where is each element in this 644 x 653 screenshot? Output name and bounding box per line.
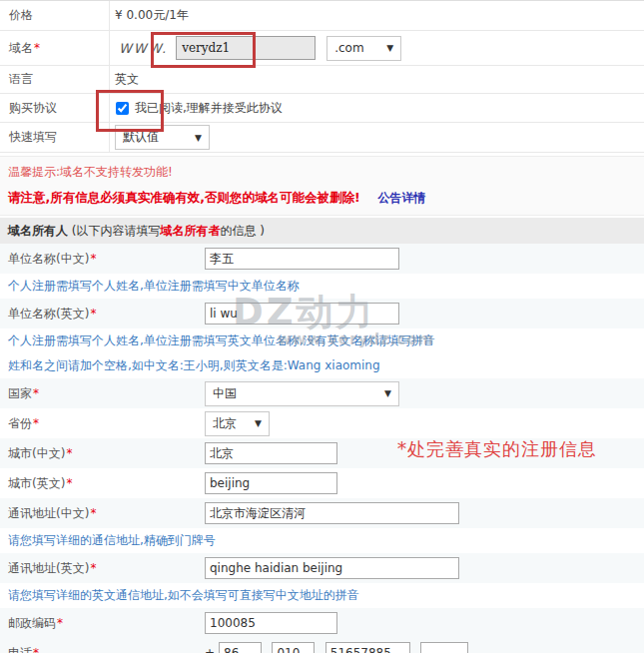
phone-ext-input[interactable] <box>420 642 468 653</box>
zip-row: 邮政编码* <box>0 608 644 638</box>
org-name-en-label: 单位名称(英文) <box>8 307 89 321</box>
city-cn-label-cell: 城市(中文)* <box>0 445 205 462</box>
org-name-cn-label: 单位名称(中文) <box>8 252 89 266</box>
owner-form: 单位名称(中文)* 个人注册需填写个人姓名,单位注册需填写中文单位名称 单位名称… <box>0 244 644 653</box>
zip-label-cell: 邮政编码* <box>0 615 205 632</box>
org-name-en-input[interactable] <box>205 303 399 325</box>
agreement-label: 购买协议 <box>9 100 57 117</box>
phone-plus-sign: + <box>205 646 215 653</box>
province-control: 北京 ▼ <box>205 411 270 436</box>
notice-box: 温馨提示:域名不支持转发功能! 请注意,所有信息必须真实准确有效,否则您的域名可… <box>0 156 644 216</box>
city-en-row: 城市(英文)* <box>0 468 644 498</box>
warning-line: 请注意,所有信息必须真实准确有效,否则您的域名可能会被删除! 公告详情 <box>8 190 636 207</box>
required-asterisk: * <box>90 506 96 520</box>
country-label: 国家 <box>8 386 32 400</box>
required-asterisk: * <box>90 252 96 266</box>
province-label: 省份 <box>8 416 32 430</box>
address-cn-row: 通讯地址(中文)* <box>0 498 644 528</box>
required-asterisk: * <box>66 446 72 460</box>
agreement-value-cell: 我已阅读,理解并接受此协议 <box>110 100 644 117</box>
quickfill-value-cell: 默认值 ▼ <box>110 125 644 150</box>
province-row: 省份* 北京 ▼ <box>0 408 644 438</box>
chevron-down-icon: ▼ <box>195 133 202 143</box>
quickfill-selected-value: 默认值 <box>123 129 159 146</box>
quickfill-row: 快速填写 默认值 ▼ <box>0 123 644 153</box>
price-value: ¥ 0.00元/1年 <box>115 7 189 24</box>
language-value: 英文 <box>115 71 139 88</box>
phone-row: 电话* + - - - <box>0 638 644 653</box>
country-selected-value: 中国 <box>213 385 237 402</box>
quickfill-label: 快速填写 <box>9 129 57 146</box>
org-name-cn-input[interactable] <box>205 248 399 270</box>
org-name-cn-hint: 个人注册需填写个人姓名,单位注册需填写中文单位名称 <box>0 274 644 299</box>
domain-value-cell: WWW. .com ▼ <box>110 36 644 61</box>
owner-section-header: 域名所有人 (以下内容请填写域名所有者的信息 ) <box>0 218 644 244</box>
province-selected-value: 北京 <box>213 415 237 432</box>
city-cn-row: 城市(中文)* *处完善真实的注册信息 <box>0 438 644 468</box>
required-asterisk: * <box>33 416 39 430</box>
forwarding-tip-text: 温馨提示:域名不支持转发功能! <box>8 164 636 181</box>
language-value-cell: 英文 <box>110 71 644 88</box>
agreement-checkbox[interactable] <box>116 102 129 115</box>
domain-input[interactable] <box>176 36 316 60</box>
phone-country-code-input[interactable] <box>219 642 262 653</box>
city-en-label: 城市(英文) <box>8 476 65 490</box>
announcement-link[interactable]: 公告详情 <box>378 191 426 205</box>
required-asterisk: * <box>90 561 96 575</box>
city-en-input[interactable] <box>205 472 337 494</box>
province-select[interactable]: 北京 ▼ <box>205 411 270 436</box>
zip-control <box>205 612 337 634</box>
chevron-down-icon: ▼ <box>255 418 262 428</box>
org-name-cn-label-cell: 单位名称(中文)* <box>0 251 205 268</box>
city-en-control <box>205 472 337 494</box>
phone-separator: - <box>413 646 417 653</box>
agreement-text: 我已阅读,理解并接受此协议 <box>135 100 283 117</box>
required-asterisk: * <box>33 386 39 400</box>
domain-row: 域名* WWW. .com ▼ <box>0 31 644 66</box>
country-select[interactable]: 中国 ▼ <box>205 381 399 406</box>
address-en-label: 通讯地址(英文) <box>8 561 89 575</box>
city-cn-label: 城市(中文) <box>8 446 65 460</box>
org-name-cn-control <box>205 248 399 270</box>
province-label-cell: 省份* <box>0 415 205 432</box>
phone-number-input[interactable] <box>325 642 410 653</box>
domain-registration-form: 价格 ¥ 0.00元/1年 域名* WWW. .com ▼ 语言 <box>0 0 644 653</box>
warning-text: 请注意,所有信息必须真实准确有效,否则您的域名可能会被删除! <box>8 190 360 205</box>
city-cn-input[interactable] <box>205 442 337 464</box>
address-en-input[interactable] <box>205 557 459 579</box>
chevron-down-icon: ▼ <box>384 388 391 398</box>
price-row: 价格 ¥ 0.00元/1年 <box>0 1 644 31</box>
address-cn-input[interactable] <box>205 502 459 524</box>
language-label: 语言 <box>9 71 33 88</box>
phone-label: 电话 <box>8 646 32 653</box>
section-title: 域名所有人 <box>8 224 68 238</box>
phone-separator: - <box>265 646 269 653</box>
price-label-cell: 价格 <box>0 1 110 30</box>
required-asterisk: * <box>90 307 96 321</box>
country-label-cell: 国家* <box>0 385 205 402</box>
domain-label: 域名 <box>9 40 33 57</box>
address-en-row: 通讯地址(英文)* <box>0 553 644 583</box>
org-name-en-control <box>205 303 399 325</box>
org-name-en-label-cell: 单位名称(英文)* <box>0 306 205 323</box>
phone-label-cell: 电话* <box>0 645 205 653</box>
phone-control: + - - - <box>205 642 468 653</box>
handwritten-note: *处完善真实的注册信息 <box>397 437 637 461</box>
section-subtitle-prefix: (以下内容请填写 <box>68 224 161 238</box>
city-en-label-cell: 城市(英文)* <box>0 475 205 492</box>
phone-area-code-input[interactable] <box>272 642 315 653</box>
language-row: 语言 英文 <box>0 66 644 94</box>
zip-input[interactable] <box>205 612 337 634</box>
tld-select[interactable]: .com ▼ <box>326 36 401 61</box>
address-cn-hint: 请您填写详细的通信地址,精确到门牌号 <box>0 528 644 553</box>
tld-selected-value: .com <box>334 41 363 55</box>
price-value-cell: ¥ 0.00元/1年 <box>110 7 644 24</box>
address-en-hint: 请您填写详细的英文通信地址,如不会填写可直接写中文地址的拼音 <box>0 583 644 608</box>
org-name-cn-row: 单位名称(中文)* <box>0 244 644 274</box>
quickfill-select[interactable]: 默认值 ▼ <box>115 125 210 150</box>
address-en-label-cell: 通讯地址(英文)* <box>0 560 205 577</box>
domain-label-cell: 域名* <box>0 31 110 65</box>
chevron-down-icon: ▼ <box>386 43 393 53</box>
required-asterisk: * <box>57 616 63 630</box>
language-label-cell: 语言 <box>0 66 110 93</box>
